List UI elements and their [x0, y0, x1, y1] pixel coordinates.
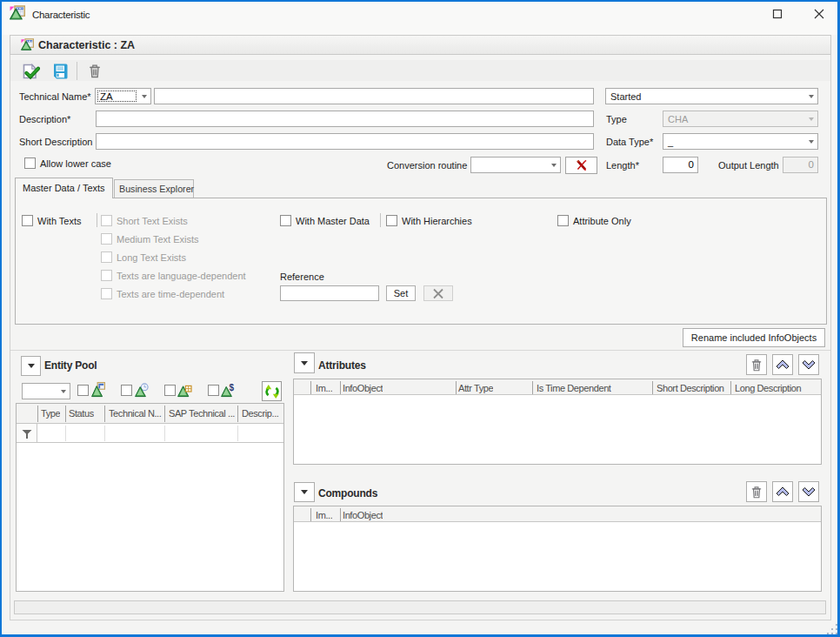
svg-text:$: $ [229, 383, 234, 392]
